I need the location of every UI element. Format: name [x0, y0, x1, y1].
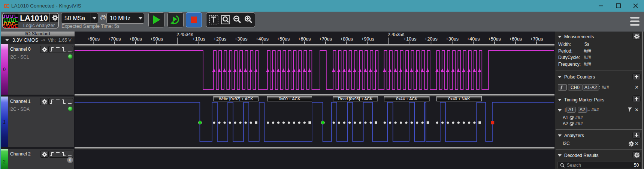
svg-text:+20us: +20us	[424, 36, 437, 42]
svg-text:+40us: +40us	[467, 36, 480, 42]
svg-text:0x40 + NAK: 0x40 + NAK	[448, 97, 471, 101]
svg-text:2.4534s: 2.4534s	[176, 32, 193, 37]
svg-text:Read [0x93] + ACK: Read [0x93] + ACK	[338, 97, 373, 101]
svg-text:+50us: +50us	[488, 36, 501, 42]
svg-text:2.4535s: 2.4535s	[388, 32, 404, 37]
svg-text:+70us: +70us	[319, 36, 332, 42]
svg-text:+30us: +30us	[235, 36, 247, 42]
svg-text:+90us: +90us	[361, 36, 374, 42]
svg-text:+60us: +60us	[509, 36, 522, 42]
svg-text:+80us: +80us	[340, 36, 353, 42]
svg-text:+50us: +50us	[277, 36, 290, 42]
svg-text:0x44 + ACK: 0x44 + ACK	[396, 97, 418, 101]
svg-text:0x00 + ACK: 0x00 + ACK	[279, 97, 300, 101]
svg-text:+90us: +90us	[150, 36, 163, 42]
svg-text:+70us: +70us	[530, 36, 543, 42]
svg-text:+10us: +10us	[403, 36, 416, 42]
svg-text:Write [0x92] + ACK: Write [0x92] + ACK	[219, 97, 253, 101]
svg-text:+20us: +20us	[214, 36, 226, 42]
svg-text:+10us: +10us	[192, 36, 205, 42]
svg-text:+80us: +80us	[129, 36, 142, 42]
svg-text:+60us: +60us	[87, 36, 100, 42]
svg-text:+40us: +40us	[256, 36, 268, 42]
svg-text:+60us: +60us	[298, 36, 311, 42]
svg-text:+30us: +30us	[446, 36, 459, 42]
svg-text:+70us: +70us	[108, 36, 121, 42]
